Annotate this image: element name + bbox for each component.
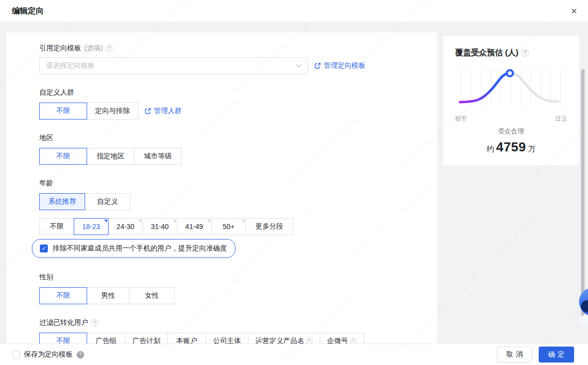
age-range-more-segments[interactable]: 更多分段: [245, 218, 293, 235]
converted-filter-label: 过滤已转化用户 ?: [39, 318, 437, 327]
custom-audience-label: 自定义人群: [39, 88, 437, 97]
assistant-icon-core: [581, 300, 588, 312]
age-range-41-49[interactable]: 41-49: [177, 218, 212, 235]
age-range-31-40[interactable]: 31-40: [142, 218, 177, 235]
custom-audience-option-unlimited[interactable]: 不限: [39, 103, 87, 120]
custom-audience-group: 不限 定向与排除: [39, 103, 138, 120]
estimate-title: 覆盖受众预估 (人) ?: [455, 48, 567, 58]
manage-template-link[interactable]: 管理定向模板: [314, 61, 365, 70]
axis-right-label: 过泛: [555, 115, 567, 123]
chevron-down-icon: [296, 64, 302, 68]
estimate-status: 受众合理: [455, 127, 567, 136]
region-option-specified[interactable]: 指定地区: [87, 148, 134, 165]
age-range-unlimited[interactable]: 不限: [39, 218, 74, 235]
template-label: 引用定向模板: [39, 44, 81, 53]
template-section-label: 引用定向模板(选填) ?: [39, 44, 437, 53]
template-help-icon[interactable]: ?: [106, 45, 113, 52]
gender-label: 性别: [39, 273, 437, 282]
estimate-axis-labels: 较窄 过泛: [455, 115, 567, 123]
estimate-value-number: 4759: [494, 139, 528, 154]
age-range-18-23[interactable]: 18-23: [74, 218, 109, 235]
external-link-icon: [314, 62, 321, 69]
save-template-checkbox[interactable]: [12, 351, 20, 359]
age-mode-custom[interactable]: 自定义: [85, 193, 130, 210]
curve-marker: [507, 70, 513, 76]
estimate-help-icon[interactable]: ?: [521, 49, 529, 57]
audience-estimate-card: 覆盖受众预估 (人) ?: [443, 36, 579, 165]
custom-audience-option-include-exclude[interactable]: 定向与排除: [87, 103, 138, 120]
region-label: 地区: [39, 133, 437, 142]
template-optional-label: (选填): [84, 44, 103, 53]
assistant-icon-base: [579, 315, 588, 324]
floating-assistant-widget[interactable]: [579, 285, 588, 324]
template-select[interactable]: 请选择定向模板: [39, 57, 308, 74]
template-select-placeholder: 请选择定向模板: [46, 61, 296, 70]
gender-group: 不限 男性 女性: [39, 287, 437, 304]
dialog-title: 编辑定向: [12, 6, 44, 16]
region-option-city-tier[interactable]: 城市等级: [134, 148, 182, 165]
age-mode-system-recommended[interactable]: 系统推荐: [39, 193, 85, 210]
estimate-value: 约4759万: [455, 139, 567, 155]
estimate-value-unit: 万: [528, 144, 535, 153]
region-group: 不限 指定地区 城市等级: [39, 148, 437, 165]
cancel-button[interactable]: 取消: [497, 347, 532, 363]
dialog-header: 编辑定向 ✕: [0, 0, 588, 22]
gender-option-unlimited[interactable]: 不限: [39, 287, 87, 304]
age-label: 年龄: [39, 179, 437, 188]
exclude-household-label: 排除不同家庭成员共用一个手机的用户，提升定向准确度: [53, 244, 227, 253]
exclude-household-checkbox[interactable]: ✓: [40, 244, 48, 252]
close-icon[interactable]: ✕: [568, 5, 580, 17]
manage-audience-link[interactable]: 管理人群: [144, 107, 182, 116]
region-option-unlimited[interactable]: 不限: [39, 148, 87, 165]
dialog-body: 引用定向模板(选填) ? 请选择定向模板 管理定向模板 自定义人群 不限 定向与…: [0, 22, 588, 344]
dialog-footer: 保存为定向模板 ? 取消 确定: [0, 344, 588, 365]
confirm-button[interactable]: 确定: [539, 347, 574, 363]
targeting-form-card: 引用定向模板(选填) ? 请选择定向模板 管理定向模板 自定义人群 不限 定向与…: [6, 32, 437, 344]
age-range-24-30[interactable]: 24-30: [108, 218, 143, 235]
assistant-icon: [579, 287, 588, 316]
external-link-icon: [144, 108, 151, 115]
scrollbar-thumb[interactable]: [581, 69, 585, 321]
axis-left-label: 较窄: [455, 115, 467, 123]
estimate-curve-chart: [455, 66, 567, 114]
save-template-label: 保存为定向模板: [24, 350, 73, 359]
gender-option-female[interactable]: 女性: [129, 287, 175, 304]
converted-filter-help-icon[interactable]: ?: [91, 319, 98, 326]
age-range-group: 不限 18-23 24-30 31-40 41-49 50+ 更多分段: [39, 218, 437, 235]
gender-option-male[interactable]: 男性: [87, 287, 129, 304]
age-mode-group: 系统推荐 自定义: [39, 193, 437, 210]
age-range-50-plus[interactable]: 50+: [211, 218, 246, 235]
save-template-help-icon[interactable]: ?: [77, 351, 84, 359]
exclude-household-callout[interactable]: ✓ 排除不同家庭成员共用一个手机的用户，提升定向准确度: [32, 239, 235, 258]
estimate-value-prefix: 约: [487, 144, 494, 153]
